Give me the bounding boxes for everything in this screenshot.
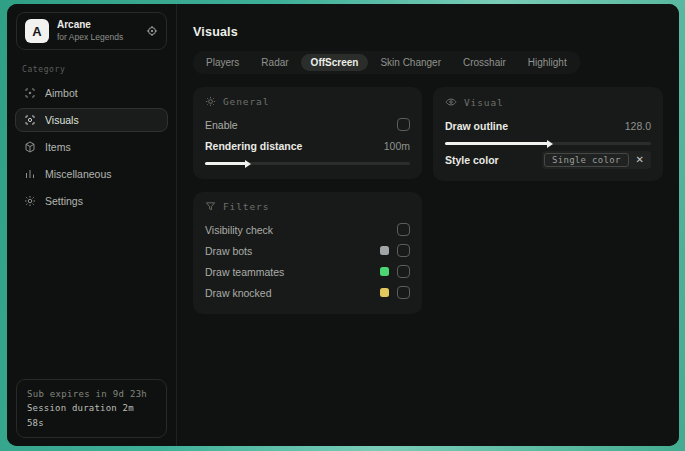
sidebar-header: A Arcane for Apex Legends (16, 12, 167, 50)
style-color-select[interactable]: Single color ✕ (542, 151, 651, 169)
sidebar-item-items[interactable]: Items (15, 135, 168, 159)
filter-row-draw-bots: Draw bots (205, 240, 410, 261)
filter-label: Visibility check (205, 224, 273, 236)
main-content: Visuals PlayersRadarOffScreenSkin Change… (177, 4, 679, 446)
filter-label: Draw bots (205, 245, 252, 257)
close-icon[interactable]: ✕ (636, 155, 644, 165)
visual-panel-title: Visual (464, 97, 504, 108)
sun-icon (205, 96, 216, 107)
draw-outline-value: 128.0 (625, 120, 651, 132)
rendering-distance-label: Rendering distance (205, 140, 302, 152)
crosshair-icon (24, 87, 36, 99)
draw-teammates-checkbox[interactable] (397, 265, 410, 278)
draw-knocked-checkbox[interactable] (397, 286, 410, 299)
color-swatch[interactable] (380, 288, 389, 297)
sidebar: A Arcane for Apex Legends Category Aimbo… (7, 4, 177, 446)
session-duration-text: Session duration 2m 58s (27, 401, 156, 430)
tab-offscreen[interactable]: OffScreen (301, 54, 369, 71)
color-swatch[interactable] (380, 246, 389, 255)
color-swatch[interactable] (380, 267, 389, 276)
enable-checkbox[interactable] (397, 118, 410, 131)
tab-crosshair[interactable]: Crosshair (453, 54, 516, 71)
rendering-distance-slider[interactable] (205, 162, 410, 165)
app-logo: A (25, 19, 49, 43)
eye-icon (445, 96, 457, 108)
sidebar-item-label: Visuals (45, 114, 79, 126)
draw-bots-checkbox[interactable] (397, 244, 410, 257)
visual-panel: Visual Draw outline 128.0 Style color Si… (433, 87, 663, 181)
subscription-info: Sub expires in 9d 23h Session duration 2… (16, 379, 167, 438)
filter-row-draw-knocked: Draw knocked (205, 282, 410, 303)
tab-skin-changer[interactable]: Skin Changer (370, 54, 451, 71)
style-color-label: Style color (445, 154, 499, 166)
funnel-icon (205, 201, 216, 212)
tab-bar: PlayersRadarOffScreenSkin ChangerCrossha… (193, 51, 580, 74)
category-label: Category (22, 65, 176, 74)
general-panel: General Enable Rendering distance 100m (193, 87, 422, 179)
general-panel-title: General (223, 96, 269, 107)
app-name: Arcane (57, 19, 123, 32)
filters-panel: Filters Visibility checkDraw botsDraw te… (193, 192, 422, 314)
sidebar-item-visuals[interactable]: Visuals (15, 108, 168, 132)
sub-expires-text: Sub expires in 9d 23h (27, 387, 156, 401)
app-window: A Arcane for Apex Legends Category Aimbo… (7, 4, 679, 446)
rendering-distance-value: 100m (384, 140, 410, 152)
app-subtitle: for Apex Legends (57, 32, 123, 43)
bars-icon (24, 168, 36, 180)
filter-label: Draw knocked (205, 287, 272, 299)
target-icon[interactable] (146, 25, 158, 37)
gear-icon (24, 195, 36, 207)
filters-panel-title: Filters (223, 201, 269, 212)
draw-outline-label: Draw outline (445, 120, 508, 132)
page-title: Visuals (193, 25, 663, 39)
scan-eye-icon (24, 114, 36, 126)
sidebar-item-label: Settings (45, 195, 83, 207)
enable-label: Enable (205, 119, 238, 131)
draw-outline-slider[interactable] (445, 142, 651, 145)
filter-row-visibility-check: Visibility check (205, 219, 410, 240)
sidebar-item-miscellaneous[interactable]: Miscellaneous (15, 162, 168, 186)
sidebar-item-label: Miscellaneous (45, 168, 112, 180)
tab-radar[interactable]: Radar (251, 54, 298, 71)
tab-players[interactable]: Players (196, 54, 249, 71)
tab-highlight[interactable]: Highlight (518, 54, 577, 71)
sidebar-item-aimbot[interactable]: Aimbot (15, 81, 168, 105)
filter-row-draw-teammates: Draw teammates (205, 261, 410, 282)
sidebar-item-label: Items (45, 141, 71, 153)
sidebar-item-settings[interactable]: Settings (15, 189, 168, 213)
style-color-value: Single color (544, 153, 629, 167)
sidebar-nav: AimbotVisualsItemsMiscellaneousSettings (7, 81, 176, 213)
filter-label: Draw teammates (205, 266, 284, 278)
cube-icon (24, 141, 36, 153)
sidebar-item-label: Aimbot (45, 87, 78, 99)
visibility-check-checkbox[interactable] (397, 223, 410, 236)
